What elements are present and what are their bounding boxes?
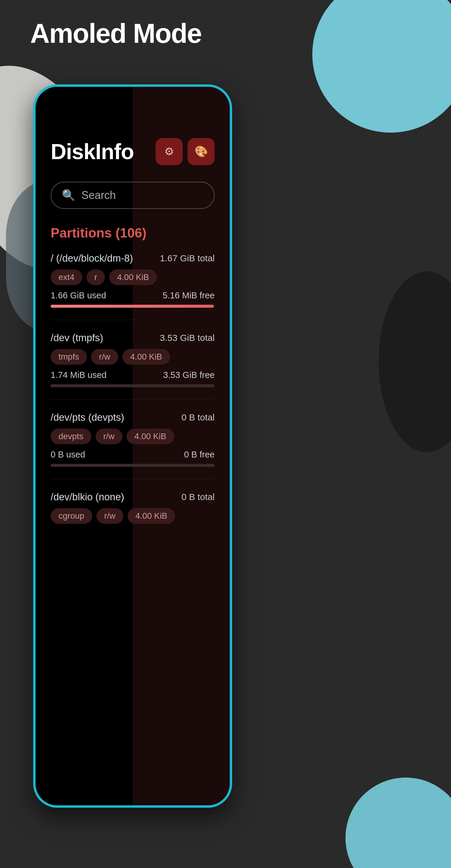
partition-tags: cgroup r/w 4.00 KiB [51, 508, 215, 524]
partition-tags: devpts r/w 4.00 KiB [51, 429, 215, 444]
tag-fs: cgroup [51, 508, 92, 524]
phone-frame: DiskInfo ⚙ 🎨 🔍 Search Partitions (106) /… [33, 84, 232, 808]
partition-header: /dev/blkio (none) 0 B total [51, 491, 215, 503]
bg-decoration-black-right [379, 271, 451, 452]
tag-block: 4.00 KiB [122, 349, 170, 365]
usage-free: 0 B free [184, 450, 215, 460]
usage-free: 5.16 MiB free [163, 290, 215, 301]
partition-total: 0 B total [181, 412, 215, 423]
partition-item: / (/dev/block/dm-8) 1.67 GiB total ext4 … [51, 253, 215, 320]
progress-bar [51, 464, 215, 467]
app-header: DiskInfo ⚙ 🎨 [51, 138, 215, 165]
partition-name: / (/dev/block/dm-8) [51, 253, 133, 264]
partition-total: 0 B total [181, 492, 215, 502]
partition-tags: tmpfs r/w 4.00 KiB [51, 349, 215, 365]
tag-block: 4.00 KiB [127, 508, 175, 524]
partition-item: /dev/pts (devpts) 0 B total devpts r/w 4… [51, 412, 215, 479]
palette-icon: 🎨 [194, 145, 208, 158]
partition-name: /dev (tmpfs) [51, 332, 103, 344]
bg-decoration-cyan-bottom [345, 778, 451, 868]
tag-mode: r/w [96, 429, 122, 444]
partition-item: /dev/blkio (none) 0 B total cgroup r/w 4… [51, 491, 215, 541]
usage-used: 1.66 GiB used [51, 290, 106, 301]
app-content: DiskInfo ⚙ 🎨 🔍 Search Partitions (106) /… [36, 87, 230, 805]
palette-button[interactable]: 🎨 [187, 138, 215, 165]
partition-header: /dev (tmpfs) 3.53 GiB total [51, 332, 215, 344]
progress-bar [51, 384, 215, 387]
partition-total: 1.67 GiB total [160, 253, 215, 264]
bg-decoration-cyan-top [312, 0, 451, 133]
search-bar[interactable]: 🔍 Search [51, 182, 215, 209]
search-icon: 🔍 [62, 189, 76, 202]
usage-free: 3.53 GiB free [163, 370, 215, 380]
app-title: DiskInfo [51, 139, 134, 164]
usage-used: 0 B used [51, 450, 85, 460]
partition-header: /dev/pts (devpts) 0 B total [51, 412, 215, 423]
partition-tags: ext4 r 4.00 KiB [51, 270, 215, 285]
settings-button[interactable]: ⚙ [156, 138, 183, 165]
partition-header: / (/dev/block/dm-8) 1.67 GiB total [51, 253, 215, 264]
progress-bar [51, 305, 215, 308]
tag-mode: r [87, 270, 105, 285]
progress-fill [51, 305, 214, 308]
tag-fs: ext4 [51, 270, 82, 285]
tag-mode: r/w [91, 349, 118, 365]
search-placeholder: Search [81, 189, 116, 202]
header-buttons: ⚙ 🎨 [156, 138, 215, 165]
page-title: Amoled Mode [30, 18, 201, 49]
tag-fs: tmpfs [51, 349, 87, 365]
gear-icon: ⚙ [164, 145, 174, 158]
partition-total: 3.53 GiB total [160, 333, 215, 343]
partition-item: /dev (tmpfs) 3.53 GiB total tmpfs r/w 4.… [51, 332, 215, 400]
partition-usage: 0 B used 0 B free [51, 450, 215, 460]
tag-block: 4.00 KiB [127, 429, 174, 444]
section-title: Partitions (106) [51, 225, 215, 241]
tag-fs: devpts [51, 429, 91, 444]
usage-used: 1.74 MiB used [51, 370, 107, 380]
tag-mode: r/w [96, 508, 123, 524]
partition-usage: 1.66 GiB used 5.16 MiB free [51, 290, 215, 301]
partition-usage: 1.74 MiB used 3.53 GiB free [51, 370, 215, 380]
tag-block: 4.00 KiB [109, 270, 157, 285]
partition-name: /dev/pts (devpts) [51, 412, 124, 423]
partition-name: /dev/blkio (none) [51, 491, 124, 503]
